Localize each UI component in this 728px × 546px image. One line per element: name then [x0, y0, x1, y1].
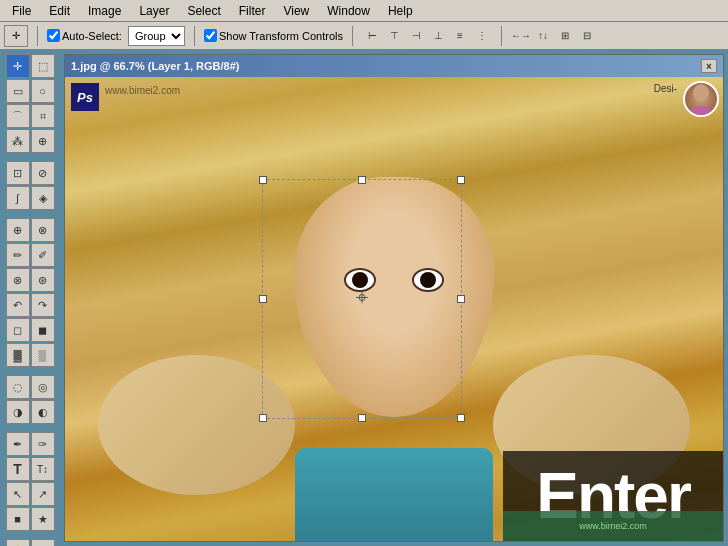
pencil-tool-btn[interactable]: ✐: [31, 243, 55, 267]
menu-filter[interactable]: Filter: [231, 2, 274, 20]
dist-v-icon[interactable]: ↑↓: [533, 26, 553, 46]
pupil-left: [352, 272, 368, 288]
body-clothes: [295, 448, 492, 541]
align-center-v-icon[interactable]: ⊤: [384, 26, 404, 46]
free-pen-tool-btn[interactable]: ✑: [31, 432, 55, 456]
dist-3-icon[interactable]: ⊞: [555, 26, 575, 46]
align-center-h-icon[interactable]: ≡: [450, 26, 470, 46]
pattern-tool-btn[interactable]: ⊛: [31, 268, 55, 292]
eye-left: [344, 268, 376, 292]
custom-shape-tool-btn[interactable]: ★: [31, 507, 55, 531]
gradient-tool-btn[interactable]: ▓: [6, 343, 30, 367]
document-close-button[interactable]: ×: [701, 59, 717, 73]
auto-select-dropdown[interactable]: Group Layer: [128, 26, 185, 46]
tool-row-4: ⁂ ⊕: [6, 129, 55, 153]
bg-eraser-tool-btn[interactable]: ◼: [31, 318, 55, 342]
toolbox: ✛ ⬚ ▭ ○ ⌒ ⌗ ⁂ ⊕ ⊡ ⊘ ∫ ◈ ⊕ ⊗ ✏: [0, 50, 60, 546]
zoom-tool-btn[interactable]: ⊕: [31, 539, 55, 546]
blur-tool-btn[interactable]: ◌: [6, 375, 30, 399]
quick-select-tool-btn[interactable]: ⊕: [31, 129, 55, 153]
show-transform-label: Show Transform Controls: [204, 29, 343, 42]
menu-help[interactable]: Help: [380, 2, 421, 20]
ps-logo: Ps: [71, 83, 99, 111]
svg-point-3: [693, 84, 709, 102]
align-icons: ⊢ ⊤ ⊣ ⊥ ≡ ⋮: [362, 26, 492, 46]
shape-tool-btn[interactable]: ■: [6, 507, 30, 531]
menu-window[interactable]: Window: [319, 2, 378, 20]
tool-row-16: T T↕: [6, 457, 55, 481]
divider-3: [352, 26, 353, 46]
lasso-tool-btn[interactable]: ⌒: [6, 104, 30, 128]
canvas-area: 1.jpg @ 66.7% (Layer 1, RGB/8#) ×: [60, 50, 728, 546]
paint-bucket-tool-btn[interactable]: ▒: [31, 343, 55, 367]
shoulder-left: [98, 355, 295, 494]
show-transform-checkbox[interactable]: [204, 29, 217, 42]
menu-layer[interactable]: Layer: [131, 2, 177, 20]
art-history-tool-btn[interactable]: ↷: [31, 293, 55, 317]
align-bottom-icon[interactable]: ⋮: [472, 26, 492, 46]
divider-4: [501, 26, 502, 46]
path-select-tool-btn[interactable]: ↖: [6, 482, 30, 506]
pen-tool-btn[interactable]: ✒: [6, 432, 30, 456]
crop-tool-btn[interactable]: ⊡: [6, 161, 30, 185]
hand-tool-btn[interactable]: ✋: [6, 539, 30, 546]
menu-image[interactable]: Image: [80, 2, 129, 20]
eyedropper-tool-btn[interactable]: ∫: [6, 186, 30, 210]
artboard-tool-btn[interactable]: ⬚: [31, 54, 55, 78]
move-tool-btn[interactable]: ✛: [6, 54, 30, 78]
avatar-label: Desi-: [654, 83, 677, 94]
patch-tool-btn[interactable]: ⊗: [31, 218, 55, 242]
ellipse-select-tool-btn[interactable]: ○: [31, 79, 55, 103]
bottom-watermark: www.bimei2.com: [503, 511, 723, 541]
divider-1: [37, 26, 38, 46]
dist-h-icon[interactable]: ←→: [511, 26, 531, 46]
pupil-right: [420, 272, 436, 288]
distribute-icons: ←→ ↑↓ ⊞ ⊟: [511, 26, 597, 46]
align-left-icon[interactable]: ⊢: [362, 26, 382, 46]
auto-select-checkbox[interactable]: [47, 29, 60, 42]
tool-row-13: ◌ ◎: [6, 375, 55, 399]
type-tool-btn[interactable]: T: [6, 457, 30, 481]
eraser-tool-btn[interactable]: ◻: [6, 318, 30, 342]
tool-row-12: ▓ ▒: [6, 343, 55, 367]
direct-select-tool-btn[interactable]: ↗: [31, 482, 55, 506]
tool-row-6: ∫ ◈: [6, 186, 55, 210]
tool-row-9: ⊗ ⊛: [6, 268, 55, 292]
slice-tool-btn[interactable]: ⊘: [31, 161, 55, 185]
burn-tool-btn[interactable]: ◐: [31, 400, 55, 424]
brush-tool-btn[interactable]: ✏: [6, 243, 30, 267]
options-bar: ✛ Auto-Select: Group Layer Show Transfor…: [0, 22, 728, 50]
tool-row-8: ✏ ✐: [6, 243, 55, 267]
poly-lasso-tool-btn[interactable]: ⌗: [31, 104, 55, 128]
heal-tool-btn[interactable]: ⊕: [6, 218, 30, 242]
tool-row-7: ⊕ ⊗: [6, 218, 55, 242]
move-tool-icon[interactable]: ✛: [4, 25, 28, 47]
menu-select[interactable]: Select: [179, 2, 228, 20]
tool-row-11: ◻ ◼: [6, 318, 55, 342]
tool-row-14: ◑ ◐: [6, 400, 55, 424]
dodge-tool-btn[interactable]: ◑: [6, 400, 30, 424]
document-title: 1.jpg @ 66.7% (Layer 1, RGB/8#): [71, 60, 239, 72]
menu-view[interactable]: View: [275, 2, 317, 20]
rect-select-tool-btn[interactable]: ▭: [6, 79, 30, 103]
vertical-type-tool-btn[interactable]: T↕: [31, 457, 55, 481]
eye-right: [412, 268, 444, 292]
align-top-icon[interactable]: ⊥: [428, 26, 448, 46]
align-right-icon[interactable]: ⊣: [406, 26, 426, 46]
clone-tool-btn[interactable]: ⊗: [6, 268, 30, 292]
tool-row-5: ⊡ ⊘: [6, 161, 55, 185]
color-sample-tool-btn[interactable]: ◈: [31, 186, 55, 210]
menu-edit[interactable]: Edit: [41, 2, 78, 20]
document-content[interactable]: Ps www.bimei2.com Desi- Enter: [65, 77, 723, 541]
sharpen-tool-btn[interactable]: ◎: [31, 375, 55, 399]
tool-row-1: ✛ ⬚: [6, 54, 55, 78]
tool-row-17: ↖ ↗: [6, 482, 55, 506]
tool-row-15: ✒ ✑: [6, 432, 55, 456]
tool-row-3: ⌒ ⌗: [6, 104, 55, 128]
tool-row-19: ✋ ⊕: [6, 539, 55, 546]
dist-4-icon[interactable]: ⊟: [577, 26, 597, 46]
menu-file[interactable]: File: [4, 2, 39, 20]
history-brush-tool-btn[interactable]: ↶: [6, 293, 30, 317]
tool-row-18: ■ ★: [6, 507, 55, 531]
magic-wand-tool-btn[interactable]: ⁂: [6, 129, 30, 153]
